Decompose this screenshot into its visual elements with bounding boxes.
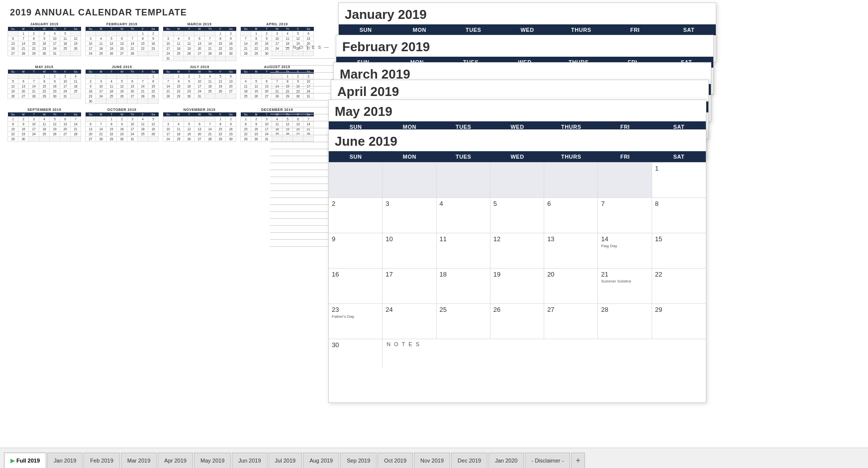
jun-week-row: 2345678 (329, 197, 706, 233)
jun-day-cell (490, 163, 544, 197)
jun-day-cell (329, 163, 383, 197)
jun-day-cell: 7 (598, 198, 652, 233)
notes-line (270, 198, 335, 205)
notes-line (270, 135, 335, 142)
jun-day-cell: 11 (437, 233, 490, 268)
tab-apr-2019[interactable]: Apr 2019 (158, 453, 193, 468)
notes-line (270, 240, 335, 247)
jun-day-cell: 23Father's Day (329, 304, 383, 339)
jun-day-cell: 5 (490, 198, 544, 233)
tab---disclaimer--[interactable]: - Disclaimer - (525, 453, 570, 468)
small-cal-title-jun: JUNE 2019 (85, 65, 159, 69)
notes-line (270, 100, 335, 107)
notes-line (270, 226, 335, 233)
small-cal-row-1: JANUARY 2019SuMTWThFSa123456789101112131… (7, 22, 328, 61)
notes-line (270, 156, 335, 163)
feb-title: February 2019 (336, 35, 713, 57)
jun-week-row: 91011121314Flag Day15 (329, 233, 706, 268)
tab-jan-2020[interactable]: Jan 2020 (488, 453, 524, 468)
jan-hdr-thu: THURS (554, 24, 608, 35)
jun-title: June 2019 (329, 130, 706, 151)
tab-jan-2019[interactable]: Jan 2019 (47, 453, 83, 468)
notes-line (270, 128, 335, 135)
jun-day-cell: 17 (383, 269, 436, 303)
notes-line (270, 205, 335, 212)
jan-title: January 2019 (339, 3, 716, 24)
jun-day-cell: 26 (490, 304, 544, 339)
jun-day-cell: 14Flag Day (598, 233, 652, 268)
jun-day-cell: 1 (652, 163, 706, 197)
jun-day-cell: 19 (490, 269, 544, 303)
tab-dec-2019[interactable]: Dec 2019 (451, 453, 487, 468)
jan-hdr-sat: SAT (662, 24, 716, 35)
jun-day-cell: 9 (329, 233, 383, 268)
notes-line (270, 219, 335, 226)
jun-day-cell: 27 (544, 304, 598, 339)
jun-week-row: 23Father's Day242526272829 (329, 303, 706, 339)
jan-hdr-sun: SUN (339, 24, 392, 35)
tab-aug-2019[interactable]: Aug 2019 (303, 453, 339, 468)
tab-may-2019[interactable]: May 2019 (194, 453, 231, 468)
add-sheet-button[interactable]: + (571, 453, 585, 468)
tab-jun-2019[interactable]: Jun 2019 (232, 453, 267, 468)
small-cal-title-sep: SEPTEMBER 2019 (7, 108, 81, 111)
jun-week-row: 1 (329, 162, 706, 197)
notes-line (270, 212, 335, 219)
spreadsheet-area: 2019 ANNUAL CALENDAR TEMPLATE JANUARY 20… (0, 0, 868, 448)
notes-line (270, 170, 335, 177)
page-title: 2019 ANNUAL CALENDAR TEMPLATE (10, 7, 187, 18)
notes-line (270, 94, 335, 100)
notes-line (270, 177, 335, 184)
jun-day-cell: 24 (383, 304, 436, 339)
small-cal-mar: MARCH 2019SuMTWThFSa12345678910111213141… (163, 22, 236, 61)
jun-day-cell (383, 163, 436, 197)
notes-line (270, 80, 335, 87)
jun-day-cell: 2 (329, 198, 383, 233)
small-cal-jun: JUNE 2019SuMTWThFSa123456789101112131415… (85, 65, 159, 104)
notes-line (270, 163, 335, 170)
small-cal-title-feb: FEBRUARY 2019 (85, 22, 159, 26)
tab-oct-2019[interactable]: Oct 2019 (378, 453, 413, 468)
notes-line (270, 73, 335, 80)
jan-hdr-mon: MON (392, 24, 446, 35)
jan-hdr-tue: TUES (447, 24, 500, 35)
jun-day-cell: 13 (544, 233, 598, 268)
jun-day-cell: 15 (652, 233, 706, 268)
small-cal-jul: JULY 2019SuMTWThFSa123456789101112131415… (163, 65, 236, 104)
jun-day-cell: 18 (437, 269, 490, 303)
may-title: May 2019 (329, 100, 706, 121)
tab-feb-2019[interactable]: Feb 2019 (84, 453, 119, 468)
apr-title: April 2019 (331, 80, 708, 101)
notes-line (270, 59, 335, 66)
tab-nov-2019[interactable]: Nov 2019 (414, 453, 450, 468)
jun-day-cell: 21Summer Solstice (598, 269, 652, 303)
tab-jul-2019[interactable]: Jul 2019 (269, 453, 302, 468)
jun-header: SUN MON TUES WED THURS FRI SAT (329, 151, 706, 162)
jun-day-cell: 16 (329, 269, 383, 303)
jun-day-30: 30 (329, 339, 383, 369)
tab-sep-2019[interactable]: Sep 2019 (340, 453, 377, 468)
small-cal-feb: FEBRUARY 2019SuMTWThFSa12345678910111213… (85, 22, 159, 61)
jun-day-cell: 25 (437, 304, 490, 339)
tab-full-2019[interactable]: ▶Full 2019 (4, 453, 46, 468)
small-cal-may: MAY 2019SuMTWThFSa1234567891011121314151… (7, 65, 81, 104)
jun-day-cell: 12 (490, 233, 544, 268)
jun-day-cell: 22 (652, 269, 706, 303)
jun-day-cell: 20 (544, 269, 598, 303)
tab-bar: ▶Full 2019Jan 2019Feb 2019Mar 2019Apr 20… (0, 448, 868, 468)
tab-mar-2019[interactable]: Mar 2019 (121, 453, 157, 468)
small-cal-title-oct: OCTOBER 2019 (85, 108, 159, 111)
jun-week-row: 161718192021Summer Solstice22 (329, 268, 706, 303)
notes-line (270, 191, 335, 198)
jan-hdr-fri: FRI (608, 24, 662, 35)
notes-line (270, 142, 335, 149)
notes-line (270, 233, 335, 240)
jun-last-row: 30N O T E S (329, 339, 706, 369)
small-cal-title-nov: NOVEMBER 2019 (163, 108, 236, 111)
jun-day-cell (544, 163, 598, 197)
jun-day-cell: 10 (383, 233, 436, 268)
small-cal-jan: JANUARY 2019SuMTWThFSa123456789101112131… (7, 22, 81, 61)
jun-day-cell (437, 163, 490, 197)
small-cal-sep: SEPTEMBER 2019SuMTWThFSa1234567891011121… (7, 108, 81, 142)
notes-line (270, 66, 335, 73)
